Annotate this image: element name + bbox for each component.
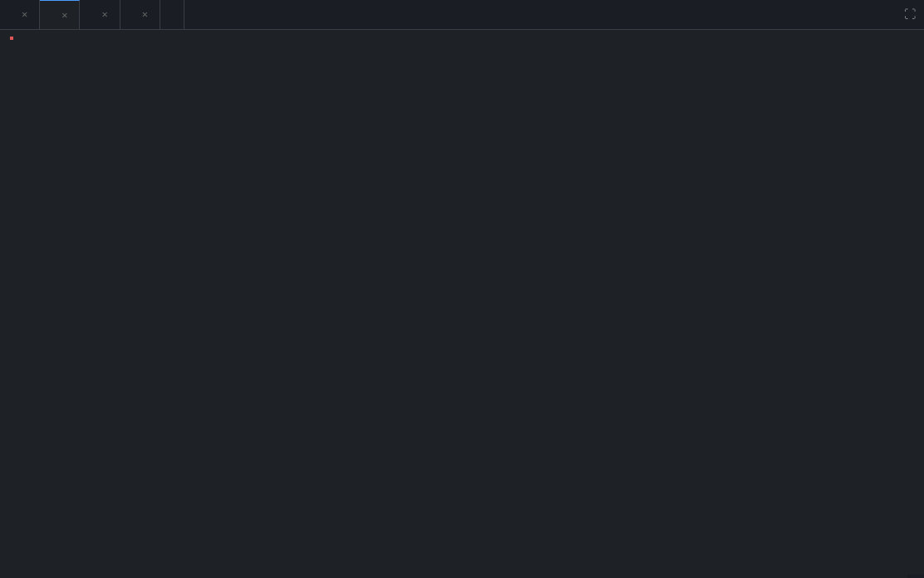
tab-bar: ✕ ✕ ✕ ✕ ⛶ bbox=[0, 0, 924, 30]
tab-3[interactable]: ✕ bbox=[80, 0, 120, 29]
tab-2-close[interactable]: ✕ bbox=[61, 9, 67, 22]
tab-2[interactable]: ✕ bbox=[40, 0, 80, 29]
tab-4[interactable]: ✕ bbox=[120, 0, 160, 29]
highlight-box bbox=[10, 37, 13, 40]
tab-4-close[interactable]: ✕ bbox=[142, 8, 148, 21]
tab-3-close[interactable]: ✕ bbox=[101, 8, 107, 21]
status-bar bbox=[907, 575, 924, 578]
tab-1-close[interactable]: ✕ bbox=[22, 8, 27, 21]
editor-area bbox=[0, 30, 924, 578]
maximize-button[interactable]: ⛶ bbox=[896, 8, 924, 22]
tab-5[interactable] bbox=[160, 0, 184, 29]
tab-1[interactable]: ✕ bbox=[0, 0, 40, 29]
